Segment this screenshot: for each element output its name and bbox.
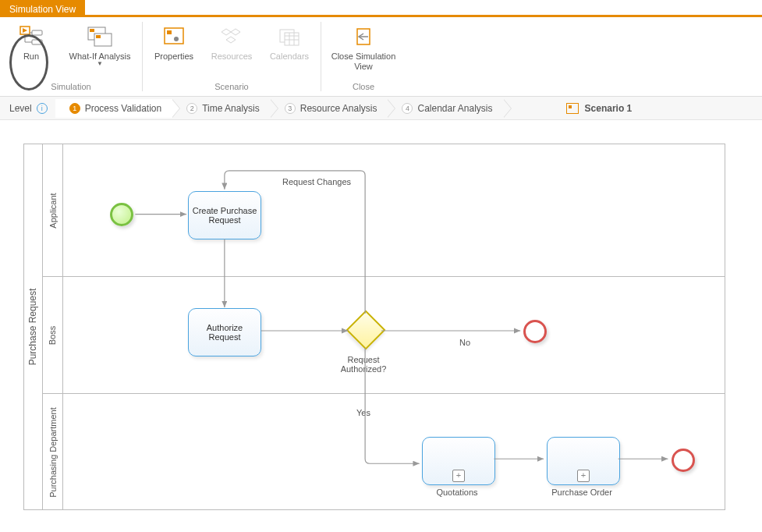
edge-label-no: No bbox=[453, 338, 477, 347]
group-label-simulation: Simulation bbox=[51, 82, 90, 94]
svg-rect-10 bbox=[96, 35, 101, 38]
ribbon-tab-simulation-view[interactable]: Simulation View bbox=[0, 0, 85, 17]
gateway-request-authorized[interactable] bbox=[346, 310, 386, 350]
pool-label: Purchase Request bbox=[24, 144, 43, 509]
close-label: Close Simulation View bbox=[329, 51, 398, 72]
svg-marker-16 bbox=[226, 37, 236, 43]
svg-rect-8 bbox=[90, 29, 94, 32]
svg-rect-3 bbox=[32, 40, 42, 44]
step-time-analysis[interactable]: 2 Time Analysis bbox=[172, 99, 271, 118]
close-simulation-view-button[interactable]: Close Simulation View bbox=[329, 23, 398, 72]
group-label-scenario: Scenario bbox=[214, 82, 248, 94]
close-icon bbox=[350, 23, 377, 50]
step-label: Time Analysis bbox=[202, 103, 260, 114]
properties-button[interactable]: Properties bbox=[151, 23, 197, 62]
properties-label: Properties bbox=[154, 51, 193, 62]
level-bar: Level i 1 Process Validation 2 Time Anal… bbox=[0, 97, 762, 120]
svg-point-13 bbox=[174, 37, 179, 41]
dropdown-caret-icon: ▼ bbox=[97, 60, 103, 67]
diagram-canvas[interactable]: Purchase Request Applicant Create Purcha… bbox=[0, 120, 762, 510]
lane-label: Boss bbox=[43, 277, 63, 393]
step-number: 4 bbox=[402, 103, 413, 114]
gateway-label: Request Authorized? bbox=[328, 355, 399, 374]
step-calendar-analysis[interactable]: 4 Calendar Analysis bbox=[388, 99, 503, 118]
edge-label-yes: Yes bbox=[352, 408, 375, 417]
step-number: 2 bbox=[186, 103, 197, 114]
whatif-icon bbox=[87, 23, 113, 50]
run-icon bbox=[18, 23, 44, 50]
step-number: 1 bbox=[69, 103, 80, 114]
group-label-close: Close bbox=[353, 82, 374, 94]
lane-applicant: Applicant Create Purchase Request Reques… bbox=[43, 144, 725, 277]
calendars-label: Calendars bbox=[270, 51, 309, 62]
task-authorize-request[interactable]: Authorize Request bbox=[188, 308, 261, 356]
svg-marker-1 bbox=[23, 28, 27, 33]
lane-label: Purchasing Department bbox=[43, 394, 63, 510]
lane-boss: Boss Authorize Request Request Authorize… bbox=[43, 277, 725, 394]
edge-label-request-changes: Request Changes bbox=[282, 177, 352, 186]
resources-label: Resources bbox=[211, 51, 253, 62]
svg-marker-14 bbox=[222, 29, 231, 35]
resources-icon bbox=[218, 23, 245, 50]
svg-rect-2 bbox=[32, 30, 42, 35]
ribbon-tab-strip: Simulation View bbox=[0, 0, 762, 17]
lane-label: Applicant bbox=[43, 144, 63, 276]
task-create-purchase-request[interactable]: Create Purchase Request bbox=[188, 191, 261, 239]
step-label: Calendar Analysis bbox=[417, 103, 492, 114]
ribbon-group-simulation: Run What-If Analysis ▼ Simulation bbox=[0, 17, 142, 96]
subprocess-purchase-order[interactable] bbox=[547, 437, 620, 485]
whatif-button[interactable]: What-If Analysis ▼ bbox=[66, 23, 134, 67]
calendars-icon bbox=[276, 23, 303, 50]
scenario-label: Scenario 1 bbox=[585, 103, 633, 114]
svg-marker-15 bbox=[231, 29, 240, 35]
svg-rect-12 bbox=[167, 30, 172, 34]
ribbon-group-close: Close Simulation View Close bbox=[321, 17, 406, 96]
step-number: 3 bbox=[285, 103, 296, 114]
step-label: Resource Analysis bbox=[300, 103, 377, 114]
properties-icon bbox=[161, 23, 187, 50]
scenario-selector[interactable]: Scenario 1 bbox=[566, 103, 633, 114]
end-event-no[interactable] bbox=[523, 320, 547, 343]
subprocess-quotations[interactable] bbox=[422, 437, 495, 485]
info-icon[interactable]: i bbox=[37, 103, 48, 114]
step-label: Process Validation bbox=[85, 103, 162, 114]
ribbon-group-scenario: Properties Resources Calendars Scenario bbox=[143, 17, 321, 96]
end-event-yes[interactable] bbox=[672, 449, 695, 472]
task-label-quotations: Quotations bbox=[422, 488, 492, 497]
ribbon: Run What-If Analysis ▼ Simulation Proper… bbox=[0, 17, 762, 97]
calendars-button: Calendars bbox=[266, 23, 313, 62]
step-process-validation[interactable]: 1 Process Validation bbox=[55, 99, 173, 118]
lane-purchasing: Purchasing Department Yes Quotations Pur… bbox=[43, 394, 725, 510]
task-label-purchase-order: Purchase Order bbox=[547, 488, 617, 497]
start-event[interactable] bbox=[110, 203, 133, 226]
level-label: Level bbox=[9, 103, 32, 114]
run-button[interactable]: Run bbox=[8, 23, 55, 62]
bpmn-diagram: Purchase Request Applicant Create Purcha… bbox=[23, 144, 725, 510]
svg-rect-18 bbox=[285, 33, 299, 45]
step-resource-analysis[interactable]: 3 Resource Analysis bbox=[271, 99, 388, 118]
scenario-icon bbox=[566, 103, 579, 114]
resources-button: Resources bbox=[208, 23, 255, 62]
run-label: Run bbox=[23, 51, 39, 62]
